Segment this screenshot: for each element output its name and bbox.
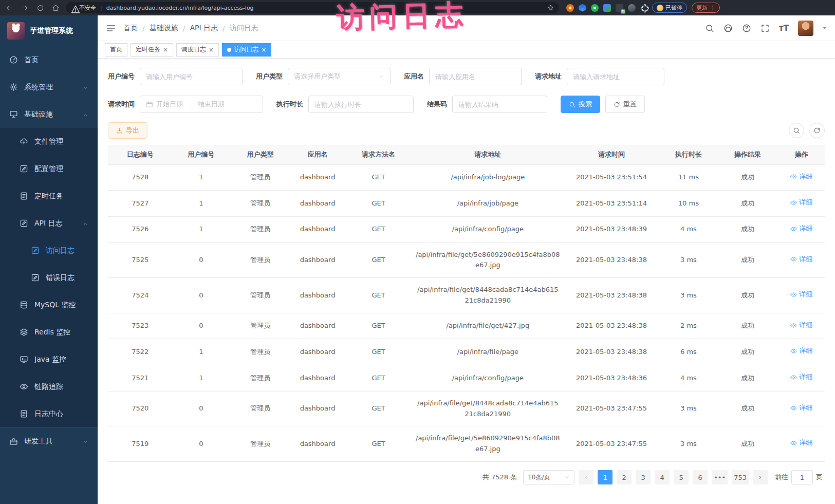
sidebar-item-链路追踪[interactable]: 链路追踪 — [0, 373, 98, 400]
forward-icon[interactable] — [20, 3, 30, 13]
cell-time: 2021-05-03 23:47:55 — [563, 426, 660, 462]
start-date-placeholder[interactable]: 开始日期 — [156, 100, 183, 109]
url-bar[interactable]: 不安全 | dashboard.yudao.iocoder.cn/infra/l… — [66, 2, 559, 13]
prev-page-button[interactable]: ‹ — [579, 470, 593, 484]
detail-link[interactable]: 详细 — [790, 346, 812, 357]
sidebar-item-文件管理[interactable]: 文件管理 — [0, 128, 98, 155]
user-id-input[interactable] — [140, 68, 243, 85]
page-size-select[interactable]: 10条/页 — [523, 470, 574, 484]
result-code-input[interactable] — [452, 96, 547, 113]
close-icon[interactable]: × — [163, 47, 168, 53]
user-type-select[interactable]: 请选择用户类型 — [288, 68, 391, 85]
export-button[interactable]: 导出 — [108, 122, 147, 139]
github-icon[interactable] — [723, 24, 733, 33]
sidebar-item-定时任务[interactable]: 定时任务 — [0, 182, 98, 210]
page-size-value: 10条/页 — [528, 473, 550, 482]
search-icon[interactable] — [705, 24, 714, 33]
tab-调度日志[interactable]: 调度日志× — [176, 43, 219, 57]
app-name-input[interactable] — [429, 68, 522, 85]
duration-input[interactable] — [308, 96, 414, 113]
sidebar-item-Java 监控[interactable]: Java 监控 — [0, 346, 98, 373]
app-name-field[interactable] — [435, 73, 515, 81]
puzzle-extensions-icon[interactable] — [640, 4, 647, 11]
close-icon[interactable]: × — [261, 47, 266, 53]
detail-link[interactable]: 详细 — [790, 223, 812, 234]
detail-link[interactable]: 详细 — [790, 403, 812, 414]
page-ellipsis[interactable]: ••• — [712, 470, 728, 484]
search-button[interactable]: 搜索 — [561, 96, 600, 113]
sidebar-item-label: MySQL 监控 — [34, 301, 76, 310]
avatar[interactable] — [798, 21, 813, 36]
warning-triangle-icon — [71, 5, 77, 11]
page-button-1[interactable]: 1 — [598, 470, 613, 484]
sidebar-item-MySQL 监控[interactable]: MySQL 监控 — [0, 291, 98, 319]
detail-link[interactable]: 详细 — [790, 197, 812, 208]
extension-translate-icon[interactable]: 翻 — [616, 4, 623, 12]
sidebar-item-系统管理[interactable]: 系统管理 — [0, 73, 98, 101]
cell-id: 7526 — [108, 216, 173, 242]
page-button-6[interactable]: 6 — [693, 470, 708, 484]
cell-time: 2021-05-03 23:48:38 — [563, 313, 660, 339]
goto-suffix: 页 — [816, 473, 823, 482]
close-icon[interactable]: × — [209, 47, 214, 53]
sidebar-item-Redis 监控[interactable]: Redis 监控 — [0, 319, 98, 346]
request-url-field[interactable] — [573, 73, 658, 81]
request-url-input[interactable] — [567, 68, 664, 85]
sidebar-item-API 日志[interactable]: API 日志 — [0, 210, 98, 237]
detail-link[interactable]: 详细 — [790, 254, 812, 265]
page-button-4[interactable]: 4 — [655, 470, 670, 484]
breadcrumb-item-API 日志[interactable]: API 日志 — [190, 24, 218, 33]
request-time-range[interactable]: 开始日期 - 结束日期 — [140, 96, 263, 113]
sidebar-item-首页[interactable]: 首页 — [0, 46, 98, 73]
not-secure-warning[interactable]: 不安全 — [71, 4, 96, 12]
hamburger-icon[interactable] — [106, 23, 116, 33]
page-button-2[interactable]: 2 — [617, 470, 632, 484]
detail-link[interactable]: 详细 — [790, 438, 812, 449]
result-code-field[interactable] — [458, 101, 541, 108]
page-button-5[interactable]: 5 — [674, 470, 689, 484]
extension-orange-icon[interactable] — [566, 4, 574, 12]
paused-pill[interactable]: 已暂停 — [652, 3, 687, 13]
cell-url: /api/infra/file/get/8448cada8c714e4ab615… — [413, 278, 563, 313]
goto-page-input[interactable] — [791, 470, 813, 484]
end-date-placeholder[interactable]: 结束日期 — [198, 100, 225, 109]
extension-green-check-icon[interactable] — [591, 4, 599, 12]
detail-link[interactable]: 详细 — [790, 172, 812, 182]
update-pill[interactable]: 更新 ⋮ — [692, 3, 720, 13]
toggle-search-button[interactable] — [789, 123, 804, 138]
font-size-icon[interactable]: тT — [779, 24, 789, 33]
bookmark-star-icon[interactable] — [547, 5, 554, 11]
detail-link[interactable]: 详细 — [790, 372, 812, 383]
avatar-caret-icon[interactable] — [823, 27, 827, 29]
detail-link[interactable]: 详细 — [790, 320, 812, 331]
back-icon[interactable] — [4, 3, 14, 13]
sidebar-item-错误日志[interactable]: 错误日志 — [0, 264, 98, 291]
detail-link[interactable]: 详细 — [790, 289, 812, 300]
sidebar-item-基础设施[interactable]: 基础设施 — [0, 101, 98, 128]
help-icon[interactable] — [742, 24, 751, 33]
breadcrumb-item-基础设施[interactable]: 基础设施 — [150, 24, 178, 33]
duration-field[interactable] — [314, 101, 407, 108]
fullscreen-icon[interactable] — [760, 24, 770, 33]
extension-shield-icon[interactable] — [579, 4, 586, 12]
tab-访问日志[interactable]: 访问日志× — [222, 43, 271, 57]
reset-button[interactable]: 重置 — [605, 96, 645, 113]
page-button-753[interactable]: 753 — [732, 470, 749, 484]
sidebar-item-日志中心[interactable]: 日志中心 — [0, 400, 98, 427]
logo-row[interactable]: 芋道管理系统 — [0, 15, 98, 46]
extension-colorful-icon[interactable] — [603, 4, 611, 12]
home-icon[interactable] — [50, 3, 61, 13]
tab-定时任务[interactable]: 定时任务× — [131, 43, 173, 57]
more-dots-icon[interactable]: ⋮ — [710, 5, 715, 11]
next-page-button[interactable]: › — [753, 470, 768, 484]
sidebar-item-访问日志[interactable]: 访问日志 — [0, 237, 98, 264]
sidebar-item-配置管理[interactable]: 配置管理 — [0, 155, 98, 182]
sidebar-item-研发工具[interactable]: 研发工具 — [0, 427, 98, 455]
breadcrumb-item-首页[interactable]: 首页 — [123, 24, 138, 33]
page-button-3[interactable]: 3 — [636, 470, 651, 484]
refresh-table-button[interactable] — [809, 123, 825, 138]
extension-gray-icon[interactable] — [628, 4, 636, 12]
tab-首页[interactable]: 首页 — [105, 43, 127, 57]
reload-icon[interactable] — [35, 3, 45, 13]
user-id-field[interactable] — [146, 73, 236, 81]
